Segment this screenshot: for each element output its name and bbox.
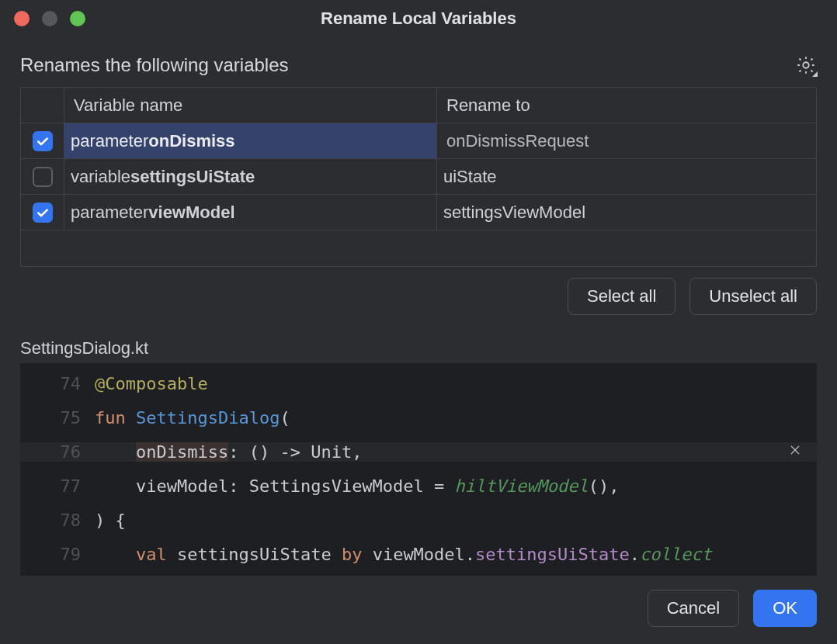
gear-icon[interactable] — [795, 54, 817, 76]
select-all-button[interactable]: Select all — [568, 278, 676, 315]
variable-name-cell[interactable]: parameter viewModel — [64, 195, 437, 230]
code-content: fun SettingsDialog( — [95, 408, 817, 428]
checkbox-cell — [21, 195, 64, 230]
close-icon[interactable] — [784, 439, 806, 461]
code-content: ) { — [95, 511, 817, 530]
table-row[interactable]: variable settingsUiStateuiState — [21, 159, 816, 195]
code-line: 79 val settingsUiState by viewModel.sett… — [20, 537, 817, 571]
unselect-all-button[interactable]: Unselect all — [689, 278, 817, 315]
code-line: 76 onDismiss: () -> Unit, — [20, 435, 817, 469]
line-number: 76 — [20, 442, 95, 462]
line-number: 78 — [20, 511, 95, 530]
variables-table: Variable name Rename to parameter onDism… — [20, 87, 817, 267]
window-title: Rename Local Variables — [0, 9, 837, 29]
table-row[interactable]: parameter onDismiss — [21, 123, 816, 159]
svg-point-0 — [803, 62, 808, 68]
table-header: Variable name Rename to — [21, 88, 816, 123]
rename-to-cell[interactable]: uiState — [437, 159, 816, 195]
ok-button[interactable]: OK — [753, 590, 817, 627]
dialog-heading: Renames the following variables — [20, 54, 289, 76]
row-checkbox[interactable] — [33, 203, 53, 223]
variable-name-column-header: Variable name — [64, 88, 437, 123]
titlebar: Rename Local Variables — [0, 0, 837, 37]
minimize-window-icon — [42, 11, 57, 26]
code-line: 75fun SettingsDialog( — [20, 400, 817, 435]
file-name-label: SettingsDialog.kt — [20, 338, 817, 358]
code-line: 77 viewModel: SettingsViewModel = hiltVi… — [20, 469, 817, 503]
zoom-window-icon[interactable] — [70, 11, 85, 26]
code-content: viewModel: SettingsViewModel = hiltViewM… — [95, 476, 817, 496]
line-number: 74 — [20, 374, 95, 393]
rename-to-cell[interactable] — [437, 123, 816, 159]
rename-to-cell[interactable]: settingsViewModel — [437, 195, 816, 230]
code-content: @Composable — [95, 374, 817, 393]
code-line: 74@Composable — [20, 366, 817, 400]
line-number: 75 — [20, 408, 95, 428]
table-row[interactable]: parameter viewModelsettingsViewModel — [21, 195, 816, 230]
window-controls — [14, 11, 85, 26]
row-checkbox[interactable] — [33, 131, 53, 151]
checkbox-cell — [21, 159, 64, 195]
cancel-button[interactable]: Cancel — [648, 590, 739, 627]
table-empty-row — [21, 230, 816, 266]
line-number: 79 — [20, 545, 95, 564]
code-content: val settingsUiState by viewModel.setting… — [95, 545, 817, 564]
checkbox-column-header — [21, 88, 64, 123]
rename-to-column-header: Rename to — [437, 88, 816, 123]
code-line: 78) { — [20, 503, 817, 537]
variable-name-cell[interactable]: variable settingsUiState — [64, 159, 437, 195]
variable-name-cell[interactable]: parameter onDismiss — [64, 123, 437, 159]
line-number: 77 — [20, 476, 95, 496]
dialog-window: Rename Local Variables Renames the follo… — [0, 0, 837, 644]
row-checkbox[interactable] — [33, 167, 53, 187]
code-preview: 74@Composable75fun SettingsDialog(76 onD… — [20, 363, 817, 576]
checkbox-cell — [21, 123, 64, 159]
close-window-icon[interactable] — [14, 11, 30, 26]
rename-input[interactable] — [440, 123, 813, 158]
code-content: onDismiss: () -> Unit, — [95, 442, 817, 462]
